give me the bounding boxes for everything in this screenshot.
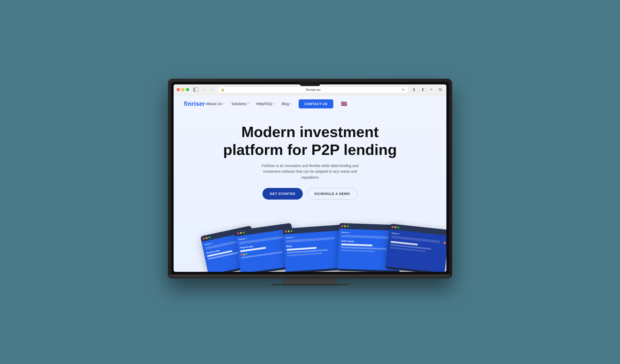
laptop-foot — [271, 284, 349, 285]
dashboard-card-3: finriser ✦ Blog — [283, 225, 345, 272]
hero-section: Modern investment platform for P2P lendi… — [174, 113, 446, 200]
screen-bezel: ‹ › 🔒 finriser.eu ↻ ⬇ ⬆ + ⧉ — [171, 82, 449, 274]
address-bar[interactable]: 🔒 finriser.eu ↻ — [218, 86, 408, 93]
card-dot-green-2 — [243, 232, 245, 234]
card-dot-green-5 — [397, 226, 399, 228]
download-icon[interactable]: ⬇ — [411, 86, 417, 93]
language-selector[interactable]: 🇬🇧 — [340, 100, 348, 107]
laptop-bottom-bar — [170, 274, 450, 279]
card-bar2-4 — [341, 247, 386, 250]
refresh-icon[interactable]: ↻ — [402, 88, 405, 92]
laptop-stand — [284, 279, 336, 284]
browser-chrome: ‹ › 🔒 finriser.eu ↻ ⬇ ⬆ + ⧉ — [174, 84, 446, 95]
nav-blog-label: Blog — [282, 102, 289, 106]
forward-button[interactable]: › — [209, 86, 215, 93]
card-dot-red-2 — [237, 232, 239, 234]
card-dot-red-4 — [341, 225, 343, 227]
navigation: finriser ✦ About Us > Solutions > — [174, 95, 446, 113]
card-bar3-4 — [341, 249, 375, 252]
card-body-5: finriser ✦ — [385, 230, 446, 272]
nav-about-label: About Us — [207, 102, 222, 106]
card-dot-red-1 — [203, 238, 205, 240]
logo-rest: iser — [194, 100, 205, 107]
browser-controls: ‹ › — [193, 86, 215, 93]
nav-blog-arrow: > — [290, 102, 291, 106]
card-dot-yellow-2 — [240, 232, 242, 234]
dashboard-cards: finriser ✦ Projects page — [194, 210, 426, 272]
nav-solutions-label: Solutions — [231, 102, 246, 106]
nav-help-arrow: > — [273, 102, 274, 106]
dashboard-card-5: finriser ✦ — [385, 224, 446, 272]
logo-text: fin — [184, 100, 191, 107]
contact-us-button[interactable]: CONTACT US — [299, 99, 333, 108]
screenshots-area: finriser ✦ Projects page — [174, 210, 446, 272]
card-dot-yellow-3 — [288, 230, 290, 232]
card-dot-yellow-5 — [394, 226, 397, 228]
nav-help[interactable]: Help/FAQ > — [256, 102, 275, 106]
traffic-lights — [177, 88, 189, 91]
flag-icon: 🇬🇧 — [341, 101, 347, 107]
nav-about-arrow: > — [222, 102, 224, 106]
hero-title-line1: Modern investment — [241, 123, 379, 140]
close-button[interactable] — [177, 88, 180, 91]
website-content: finriser ✦ About Us > Solutions > — [174, 95, 446, 272]
camera-dot — [309, 83, 311, 85]
site-logo[interactable]: finriser ✦ — [184, 100, 207, 107]
lock-icon: 🔒 — [221, 88, 224, 91]
browser-actions: ⬇ ⬆ + ⧉ — [411, 86, 443, 93]
card-white-bar-4 — [341, 243, 372, 246]
new-tab-icon[interactable]: + — [428, 86, 435, 93]
card-dot-yellow-1 — [206, 237, 208, 239]
card-body-3: finriser ✦ Blog — [283, 230, 345, 272]
hero-subtitle: FinRiser is an innovative and flexible w… — [261, 163, 359, 180]
nav-help-label: Help/FAQ — [256, 102, 272, 106]
nav-solutions[interactable]: Solutions > — [231, 102, 249, 106]
nav-about[interactable]: About Us > — [207, 102, 224, 106]
hero-buttons: GET STARTED SCHEDULE A DEMO — [179, 188, 441, 200]
card-dot-red-5 — [392, 226, 394, 228]
back-button[interactable]: ‹ — [200, 86, 207, 93]
card-dot-green-1 — [208, 236, 210, 238]
card-dot-accent-5 — [444, 242, 446, 244]
laptop-body: ‹ › 🔒 finriser.eu ↻ ⬇ ⬆ + ⧉ — [168, 79, 452, 279]
minimize-button[interactable] — [181, 88, 184, 91]
tabs-icon[interactable]: ⧉ — [437, 86, 443, 93]
card-dot-green-3 — [291, 230, 292, 232]
laptop-shell: ‹ › 🔒 finriser.eu ↻ ⬇ ⬆ + ⧉ — [168, 79, 452, 285]
get-started-button[interactable]: GET STARTED — [262, 188, 303, 200]
card-dot-green-4 — [347, 225, 349, 227]
card-dot-yellow-4 — [344, 225, 346, 227]
card-top-bar-4 — [341, 235, 392, 239]
logo-highlight: r — [191, 100, 194, 107]
sidebar-toggle-icon[interactable] — [193, 88, 198, 92]
schedule-demo-button[interactable]: SCHEDULE A DEMO — [307, 188, 358, 200]
maximize-button[interactable] — [186, 88, 189, 91]
browser-window: ‹ › 🔒 finriser.eu ↻ ⬇ ⬆ + ⧉ — [174, 84, 446, 272]
card-dot-red-3 — [285, 231, 287, 232]
camera-notch — [300, 82, 320, 86]
nav-links: About Us > Solutions > Help/FAQ > — [207, 99, 347, 108]
nav-blog[interactable]: Blog > — [282, 102, 291, 106]
card-label-3: Blog — [286, 241, 341, 248]
nav-solutions-arrow: > — [247, 102, 249, 106]
share-icon[interactable]: ⬆ — [420, 86, 426, 93]
url-text: finriser.eu — [226, 88, 400, 92]
hero-title-line2: platform for P2P lending — [223, 141, 397, 158]
hero-title: Modern investment platform for P2P lendi… — [220, 123, 400, 159]
